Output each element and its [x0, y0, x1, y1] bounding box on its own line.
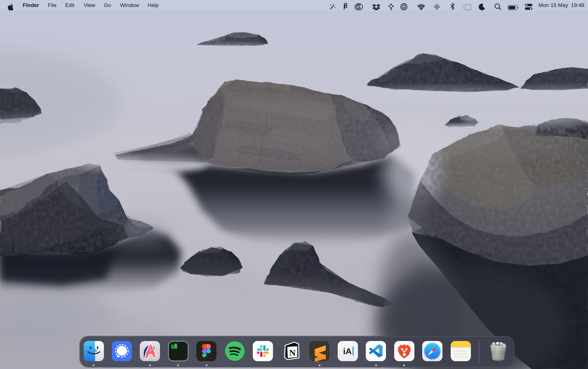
- svg-text:N: N: [289, 348, 296, 358]
- svg-text:$: $: [171, 344, 174, 350]
- svg-text:iA: iA: [343, 346, 352, 356]
